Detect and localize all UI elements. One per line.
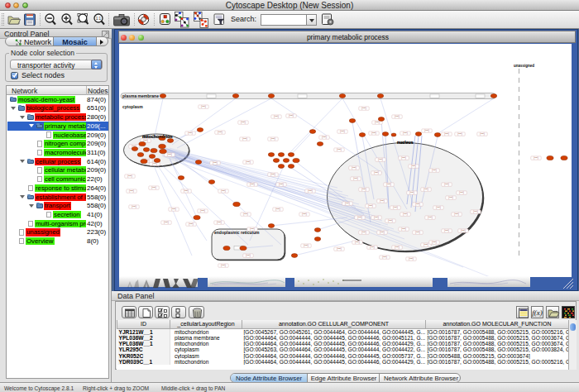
svg-text:(•••): (•••)	[241, 121, 246, 124]
svg-text:(•••): (•••)	[415, 231, 420, 234]
svg-text:(•••): (•••)	[401, 156, 406, 160]
svg-text:(•••): (•••)	[370, 246, 375, 249]
svg-text:(•••): (•••)	[432, 169, 437, 172]
svg-text:(•••): (•••)	[361, 231, 366, 234]
svg-text:(•••): (•••)	[304, 244, 309, 247]
svg-text:(•••): (•••)	[375, 121, 380, 124]
svg-text:(•••): (•••)	[270, 173, 275, 176]
svg-text:(•••): (•••)	[378, 158, 383, 161]
svg-text:(•••): (•••)	[242, 137, 247, 141]
svg-text:(•••): (•••)	[395, 246, 400, 249]
svg-text:(•••): (•••)	[380, 199, 385, 203]
svg-text:(•••): (•••)	[436, 206, 441, 209]
svg-text:(•••): (•••)	[461, 229, 466, 232]
svg-text:(•••): (•••)	[302, 213, 307, 216]
svg-text:(•••): (•••)	[473, 210, 478, 213]
svg-text:(•••): (•••)	[428, 216, 433, 219]
svg-text:(•••): (•••)	[188, 131, 193, 135]
svg-text:(•••): (•••)	[423, 188, 428, 191]
svg-text:(•••): (•••)	[132, 205, 136, 208]
svg-text:(•••): (•••)	[246, 254, 251, 257]
svg-text:(•••): (•••)	[274, 115, 279, 118]
svg-text:(•••): (•••)	[243, 213, 248, 216]
svg-text:(•••): (•••)	[424, 129, 429, 132]
svg-text:(•••): (•••)	[246, 160, 251, 164]
svg-text:(•••): (•••)	[289, 114, 294, 117]
svg-text:(•••): (•••)	[152, 162, 157, 165]
svg-text:(•••): (•••)	[352, 166, 356, 170]
svg-text:(•••): (•••)	[201, 105, 206, 108]
svg-text:(•••): (•••)	[480, 132, 485, 136]
svg-text:(•••): (•••)	[151, 186, 156, 189]
svg-text:(•••): (•••)	[368, 204, 373, 208]
svg-text:(•••): (•••)	[129, 189, 134, 193]
svg-text:(•••): (•••)	[382, 256, 387, 259]
svg-text:(•••): (•••)	[213, 161, 218, 165]
svg-text:(•••): (•••)	[322, 136, 327, 139]
svg-text:(•••): (•••)	[353, 177, 358, 180]
svg-text:(•••): (•••)	[221, 189, 226, 193]
svg-text:(•••): (•••)	[337, 148, 342, 151]
svg-text:(•••): (•••)	[200, 209, 205, 213]
svg-text:(•••): (•••)	[361, 107, 366, 110]
svg-text:(•••): (•••)	[361, 188, 366, 191]
svg-text:(•••): (•••)	[127, 174, 132, 178]
svg-text:(•••): (•••)	[221, 264, 226, 267]
svg-text:(•••): (•••)	[403, 213, 408, 216]
svg-text:(•••): (•••)	[171, 208, 176, 211]
svg-text:(•••): (•••)	[444, 229, 449, 232]
svg-text:(•••): (•••)	[411, 165, 416, 168]
svg-text:(•••): (•••)	[409, 257, 414, 261]
svg-text:1:1: 1:1	[96, 17, 102, 21]
svg-text:(•••): (•••)	[250, 183, 255, 186]
svg-text:cytoplasm: cytoplasm	[122, 104, 143, 109]
svg-text:(•••): (•••)	[403, 131, 408, 135]
svg-text:unassigned: unassigned	[514, 64, 534, 68]
svg-text:(•••): (•••)	[454, 213, 459, 216]
svg-text:(•••): (•••)	[380, 231, 385, 234]
svg-text:(•••): (•••)	[457, 132, 462, 136]
svg-text:(•••): (•••)	[386, 183, 391, 186]
svg-text:(•••): (•••)	[374, 171, 379, 174]
svg-text:(•••): (•••)	[250, 227, 255, 231]
svg-text:(•••): (•••)	[415, 203, 420, 206]
svg-text:(•••): (•••)	[308, 189, 313, 193]
svg-text:(•••): (•••)	[345, 202, 350, 205]
svg-text:(•••): (•••)	[401, 227, 406, 231]
svg-text:(•••): (•••)	[432, 241, 437, 244]
svg-text:(•••): (•••)	[355, 241, 360, 244]
svg-text:(•••): (•••)	[459, 191, 464, 194]
svg-text:(•••): (•••)	[423, 243, 428, 246]
svg-text:(•••): (•••)	[444, 132, 449, 136]
svg-text:(•••): (•••)	[270, 137, 275, 141]
svg-text:(•••): (•••)	[409, 191, 414, 194]
svg-text:(•••): (•••)	[189, 222, 194, 226]
svg-text:(•••): (•••)	[371, 131, 376, 135]
svg-text:plasma membrane: plasma membrane	[122, 93, 159, 98]
svg-text:mitochondrion: mitochondrion	[142, 134, 172, 139]
svg-text:(•••): (•••)	[393, 206, 398, 209]
svg-text:(•••): (•••)	[534, 156, 538, 160]
svg-text:(•••): (•••)	[357, 216, 362, 219]
svg-text:(•••): (•••)	[374, 216, 379, 219]
svg-text:(•••): (•••)	[395, 115, 400, 118]
svg-text:(•••): (•••)	[184, 189, 189, 193]
svg-text:(•••): (•••)	[444, 183, 449, 186]
svg-text:(•••): (•••)	[448, 196, 453, 199]
svg-text:(•••): (•••)	[275, 208, 280, 211]
svg-text:(•••): (•••)	[340, 130, 345, 133]
svg-text:nucleus: nucleus	[397, 140, 414, 145]
svg-text:(•••): (•••)	[218, 131, 223, 134]
svg-text:(•••): (•••)	[164, 221, 169, 224]
svg-text:(•••): (•••)	[337, 247, 342, 251]
svg-text:(•••): (•••)	[279, 183, 284, 186]
svg-text:(•••): (•••)	[388, 219, 393, 222]
svg-text:(•••): (•••)	[217, 221, 222, 224]
svg-text:(•••): (•••)	[167, 153, 172, 156]
